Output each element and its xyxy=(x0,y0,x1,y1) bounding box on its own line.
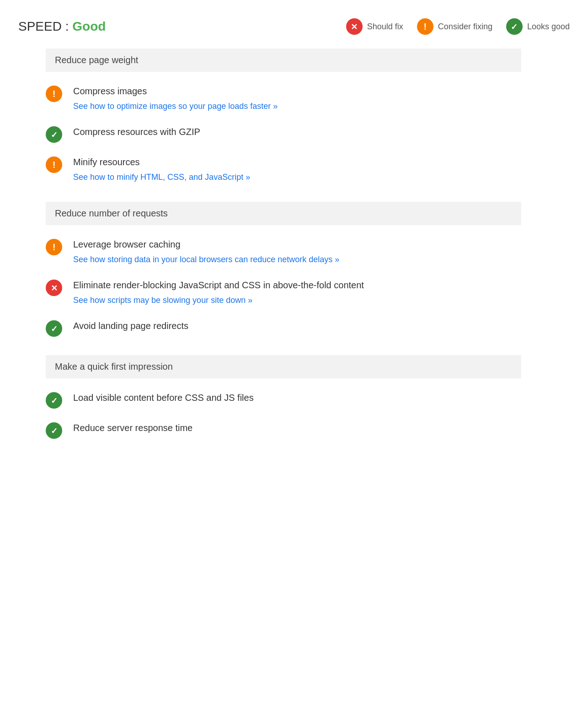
compress-gzip-title: Compress resources with GZIP xyxy=(73,125,200,138)
landing-redirects-circle xyxy=(46,320,62,337)
compress-images-link[interactable]: See how to optimize images so your page … xyxy=(73,100,278,113)
landing-redirects-content: Avoid landing page redirects xyxy=(73,319,188,332)
check-item-browser-caching: Leverage browser cachingSee how storing … xyxy=(46,230,521,270)
minify-resources-icon xyxy=(46,156,62,173)
should-fix-label: Should fix xyxy=(367,22,403,32)
section-header-reduce-page-weight: Reduce page weight xyxy=(46,49,521,72)
looks-good-icon xyxy=(506,18,523,35)
minify-resources-title: Minify resources xyxy=(73,156,250,168)
compress-gzip-icon xyxy=(46,126,62,143)
render-blocking-content: Eliminate render-blocking JavaScript and… xyxy=(73,279,364,307)
section-header-reduce-requests: Reduce number of requests xyxy=(46,202,521,225)
compress-gzip-circle xyxy=(46,126,62,143)
speed-value: Good xyxy=(72,19,106,33)
looks-good-label: Looks good xyxy=(527,22,570,32)
page-header: SPEED : Good Should fix Consider fixing … xyxy=(18,9,570,49)
browser-caching-title: Leverage browser caching xyxy=(73,238,339,251)
render-blocking-link[interactable]: See how scripts may be slowing your site… xyxy=(73,294,364,307)
minify-resources-link[interactable]: See how to minify HTML, CSS, and JavaScr… xyxy=(73,171,250,183)
legend: Should fix Consider fixing Looks good xyxy=(346,18,570,35)
browser-caching-circle xyxy=(46,239,62,255)
legend-consider-fixing: Consider fixing xyxy=(417,18,492,35)
load-visible-content-content: Load visible content before CSS and JS f… xyxy=(73,391,254,404)
should-fix-icon xyxy=(346,18,363,35)
check-item-minify-resources: Minify resourcesSee how to minify HTML, … xyxy=(46,147,521,188)
server-response-content: Reduce server response time xyxy=(73,421,192,434)
render-blocking-circle xyxy=(46,280,62,296)
section-header-quick-impression: Make a quick first impression xyxy=(46,355,521,378)
speed-text: SPEED : xyxy=(18,19,69,33)
browser-caching-link[interactable]: See how storing data in your local brows… xyxy=(73,253,339,266)
minify-resources-circle xyxy=(46,156,62,173)
check-item-render-blocking: Eliminate render-blocking JavaScript and… xyxy=(46,270,521,311)
load-visible-content-circle xyxy=(46,392,62,409)
legend-should-fix: Should fix xyxy=(346,18,403,35)
check-item-landing-redirects: Avoid landing page redirects xyxy=(46,311,521,341)
load-visible-content-title: Load visible content before CSS and JS f… xyxy=(73,391,254,404)
landing-redirects-icon xyxy=(46,320,62,337)
browser-caching-icon xyxy=(46,239,62,255)
load-visible-content-icon xyxy=(46,392,62,409)
check-item-load-visible-content: Load visible content before CSS and JS f… xyxy=(46,383,521,413)
check-item-compress-images: Compress imagesSee how to optimize image… xyxy=(46,76,521,117)
render-blocking-icon xyxy=(46,280,62,296)
check-item-server-response: Reduce server response time xyxy=(46,413,521,443)
minify-resources-content: Minify resourcesSee how to minify HTML, … xyxy=(73,156,250,183)
compress-images-content: Compress imagesSee how to optimize image… xyxy=(73,85,278,113)
compress-gzip-content: Compress resources with GZIP xyxy=(73,125,200,138)
speed-label: SPEED : Good xyxy=(18,19,106,34)
main-content: Reduce page weightCompress imagesSee how… xyxy=(18,49,521,443)
check-item-compress-gzip: Compress resources with GZIP xyxy=(46,117,521,147)
server-response-circle xyxy=(46,422,62,439)
consider-fixing-label: Consider fixing xyxy=(438,22,492,32)
consider-fixing-icon xyxy=(417,18,433,35)
server-response-title: Reduce server response time xyxy=(73,421,192,434)
render-blocking-title: Eliminate render-blocking JavaScript and… xyxy=(73,279,364,291)
compress-images-icon xyxy=(46,86,62,102)
legend-looks-good: Looks good xyxy=(506,18,570,35)
server-response-icon xyxy=(46,422,62,439)
compress-images-title: Compress images xyxy=(73,85,278,97)
browser-caching-content: Leverage browser cachingSee how storing … xyxy=(73,238,339,266)
compress-images-circle xyxy=(46,86,62,102)
landing-redirects-title: Avoid landing page redirects xyxy=(73,319,188,332)
